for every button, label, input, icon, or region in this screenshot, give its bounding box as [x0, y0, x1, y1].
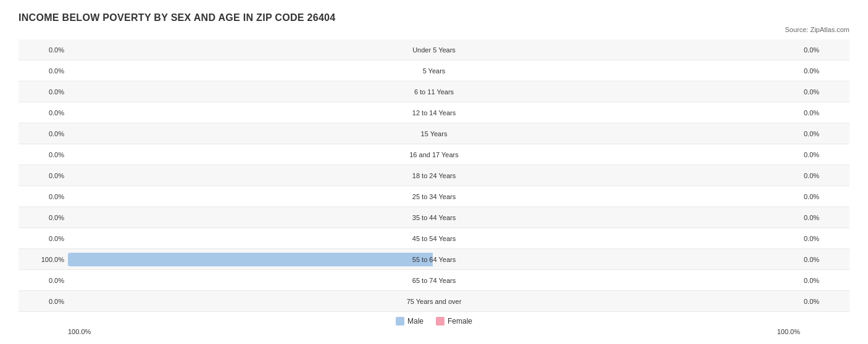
male-bar-area [68, 186, 434, 207]
center-age-label: 5 Years [423, 67, 446, 75]
female-bar-area [434, 60, 800, 81]
bar-row: 0.0%Under 5 Years0.0% [19, 39, 849, 60]
right-value-label: 0.0% [800, 172, 849, 179]
female-swatch [436, 317, 444, 326]
bar-container: 6 to 11 Years [68, 81, 800, 102]
left-value-label: 0.0% [19, 214, 68, 221]
center-age-label: 25 to 34 Years [412, 193, 456, 200]
right-value-label: 0.0% [800, 193, 849, 200]
right-value-label: 0.0% [800, 67, 849, 75]
bar-container: Under 5 Years [68, 39, 800, 60]
bar-row: 0.0%6 to 11 Years0.0% [19, 81, 849, 102]
female-bar-area [434, 102, 800, 123]
right-value-label: 0.0% [800, 277, 849, 284]
right-value-label: 0.0% [800, 151, 849, 158]
left-value-label: 0.0% [19, 130, 68, 137]
bar-container: 35 to 44 Years [68, 207, 800, 227]
right-value-label: 0.0% [800, 109, 849, 117]
male-bar-area [68, 291, 434, 311]
female-bar-area [434, 207, 800, 227]
bar-row: 0.0%25 to 34 Years0.0% [19, 186, 849, 207]
center-age-label: 75 Years and over [407, 298, 462, 305]
female-bar-area [434, 39, 800, 60]
bar-container: 25 to 34 Years [68, 186, 800, 207]
bar-row: 0.0%18 to 24 Years0.0% [19, 165, 849, 186]
bar-row: 0.0%75 Years and over0.0% [19, 291, 849, 312]
bar-container: 5 Years [68, 60, 800, 81]
center-age-label: 55 to 64 Years [412, 256, 456, 263]
female-bar-area [434, 81, 800, 102]
footer-row: 100.0% 100.0% [19, 328, 849, 335]
male-bar-area [68, 60, 434, 81]
bar-container: 12 to 14 Years [68, 102, 800, 123]
female-bar-area [434, 144, 800, 165]
female-bar-area [434, 249, 800, 269]
bar-container: 65 to 74 Years [68, 270, 800, 290]
male-bar-area [68, 81, 434, 102]
male-bar-area [68, 144, 434, 165]
right-value-label: 0.0% [800, 46, 849, 54]
right-value-label: 0.0% [800, 88, 849, 96]
male-bar-area [68, 270, 434, 290]
male-bar-area [68, 165, 434, 186]
female-bar-area [434, 165, 800, 186]
female-bar-area [434, 123, 800, 144]
female-bar-area [434, 291, 800, 311]
legend-male: Male [396, 317, 424, 326]
left-value-label: 0.0% [19, 88, 68, 96]
left-value-label: 0.0% [19, 298, 68, 305]
bar-row: 0.0%45 to 54 Years0.0% [19, 228, 849, 249]
center-age-label: 6 to 11 Years [414, 88, 454, 96]
male-bar-area [68, 207, 434, 227]
center-age-label: 16 and 17 Years [409, 151, 459, 158]
right-value-label: 0.0% [800, 130, 849, 137]
bar-container: 16 and 17 Years [68, 144, 800, 165]
left-value-label: 0.0% [19, 277, 68, 284]
footer-right: 100.0% [777, 328, 800, 335]
bar-row: 0.0%65 to 74 Years0.0% [19, 270, 849, 291]
center-age-label: 12 to 14 Years [412, 109, 456, 117]
left-value-label: 0.0% [19, 235, 68, 242]
left-value-label: 0.0% [19, 67, 68, 75]
right-value-label: 0.0% [800, 298, 849, 305]
legend-row: Male Female [19, 317, 849, 326]
chart-area: 0.0%Under 5 Years0.0%0.0%5 Years0.0%0.0%… [19, 39, 849, 312]
male-bar-area [68, 249, 434, 269]
bar-row: 100.0%55 to 64 Years0.0% [19, 249, 849, 270]
bar-container: 75 Years and over [68, 291, 800, 311]
right-value-label: 0.0% [800, 256, 849, 263]
bar-row: 0.0%5 Years0.0% [19, 60, 849, 81]
male-bar-area [68, 123, 434, 144]
left-value-label: 0.0% [19, 151, 68, 158]
left-value-label: 0.0% [19, 172, 68, 179]
bar-container: 55 to 64 Years [68, 249, 800, 269]
center-age-label: Under 5 Years [412, 46, 456, 54]
male-swatch [396, 317, 404, 326]
center-age-label: 18 to 24 Years [412, 172, 456, 179]
male-bar-area [68, 39, 434, 60]
left-value-label: 0.0% [19, 109, 68, 117]
male-bar [68, 253, 433, 266]
bar-container: 18 to 24 Years [68, 165, 800, 186]
female-label: Female [448, 317, 472, 326]
center-age-label: 45 to 54 Years [412, 235, 456, 242]
male-bar-area [68, 102, 434, 123]
left-value-label: 0.0% [19, 46, 68, 54]
bar-row: 0.0%12 to 14 Years0.0% [19, 102, 849, 123]
female-bar-area [434, 270, 800, 290]
bar-row: 0.0%15 Years0.0% [19, 123, 849, 144]
right-value-label: 0.0% [800, 214, 849, 221]
footer-left: 100.0% [68, 328, 91, 335]
bar-row: 0.0%35 to 44 Years0.0% [19, 207, 849, 228]
male-bar-area [68, 228, 434, 248]
center-age-label: 35 to 44 Years [412, 214, 456, 221]
left-value-label: 0.0% [19, 193, 68, 200]
chart-title: INCOME BELOW POVERTY BY SEX AND AGE IN Z… [19, 12, 849, 23]
male-label: Male [407, 317, 424, 326]
right-value-label: 0.0% [800, 235, 849, 242]
center-age-label: 65 to 74 Years [412, 277, 456, 284]
center-age-label: 15 Years [421, 130, 448, 137]
legend-female: Female [436, 317, 472, 326]
female-bar-area [434, 228, 800, 248]
bar-container: 45 to 54 Years [68, 228, 800, 248]
